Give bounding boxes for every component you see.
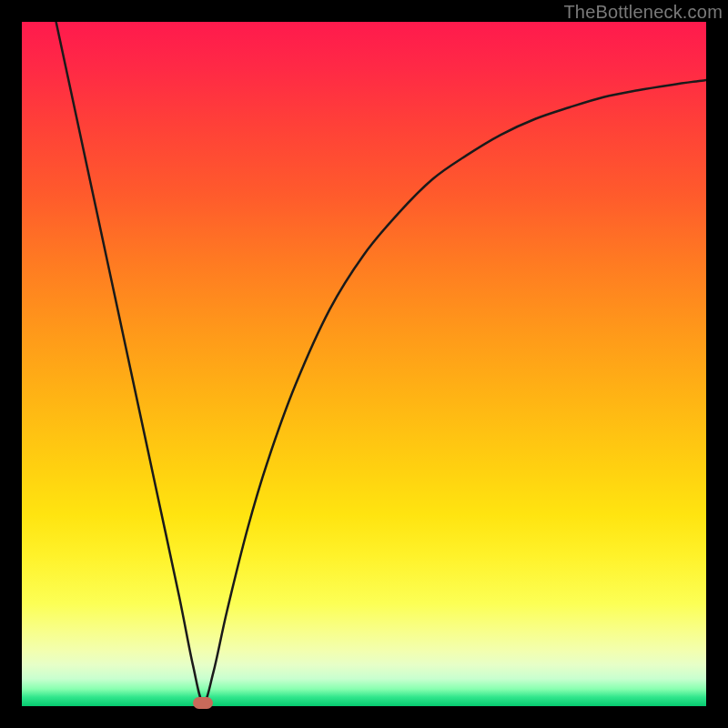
bottleneck-curve (22, 22, 706, 706)
minimum-marker (193, 697, 213, 709)
chart-frame: TheBottleneck.com (0, 0, 728, 728)
plot-area (22, 22, 706, 706)
watermark-text: TheBottleneck.com (563, 2, 723, 23)
